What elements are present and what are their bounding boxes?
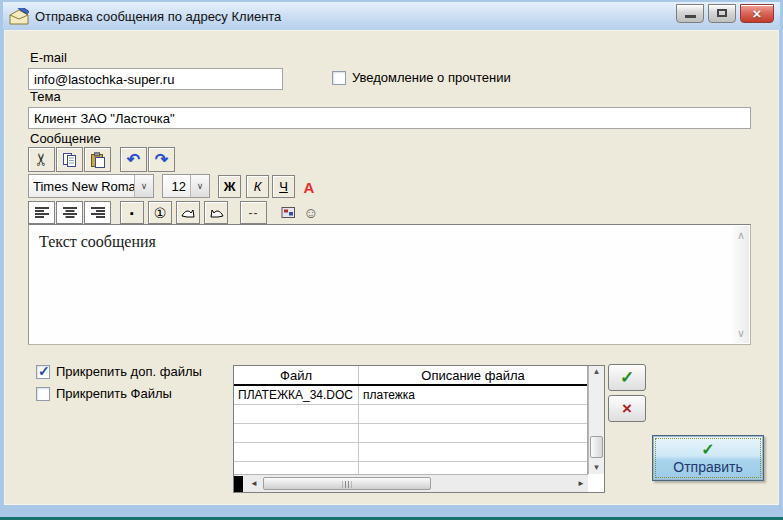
file-cell[interactable] (234, 424, 359, 442)
horizontal-scroll-track[interactable] (261, 476, 574, 492)
grip-icon (343, 481, 352, 488)
redo-icon: ↷ (155, 152, 168, 168)
table-header-row: Файл Описание файла (234, 366, 587, 386)
table-vertical-scrollbar[interactable]: ▲ ▼ (588, 366, 604, 474)
checkbox-box[interactable] (36, 365, 50, 379)
dialog-body: E-mail Уведомление о прочтении Тема Сооб… (4, 30, 779, 505)
table-row[interactable] (234, 405, 587, 424)
indent-button[interactable] (176, 201, 200, 224)
scroll-left-icon[interactable]: ◄ (247, 479, 261, 488)
redo-button[interactable]: ↷ (148, 147, 175, 172)
description-cell[interactable]: платежка (359, 386, 587, 404)
bullet-list-button[interactable]: ▪ (120, 201, 144, 224)
outdent-button[interactable] (204, 201, 228, 224)
italic-button[interactable]: К (246, 175, 269, 198)
email-input[interactable] (28, 68, 283, 90)
minimize-button[interactable] (676, 4, 704, 23)
attachments-table: Файл Описание файла ПЛАТЕЖКА_34.DOC плат… (233, 365, 605, 493)
send-button[interactable]: ✓ Отправить (652, 435, 764, 481)
subject-input[interactable] (28, 107, 751, 129)
scissors-icon: ✂ (31, 152, 52, 166)
chevron-down-icon: ∨ (134, 175, 153, 197)
column-header-description[interactable]: Описание файла (359, 366, 587, 384)
numbered-list-button[interactable]: ① (148, 201, 172, 224)
check-icon: ✓ (620, 369, 634, 386)
undo-icon: ↶ (127, 152, 140, 168)
dash-icon: -- (249, 206, 259, 220)
flag-arrow-right-icon (181, 206, 196, 220)
font-family-value: Times New Roman (29, 179, 134, 194)
attachments-grid: Файл Описание файла ПЛАТЕЖКА_34.DOC плат… (234, 366, 588, 474)
description-cell[interactable] (359, 405, 587, 423)
chevron-down-icon[interactable]: ∨ (737, 328, 745, 339)
maximize-icon (717, 9, 727, 17)
font-family-select[interactable]: Times New Roman ∨ (28, 174, 154, 198)
font-color-button[interactable]: A (300, 177, 318, 197)
insert-picture-button[interactable] (278, 203, 298, 221)
table-row[interactable]: ПЛАТЕЖКА_34.DOC платежка (234, 386, 587, 405)
file-cell[interactable] (234, 443, 359, 461)
paste-button[interactable] (84, 147, 111, 172)
email-label: E-mail (30, 50, 67, 65)
align-left-icon (34, 206, 50, 219)
flag-arrow-left-icon (209, 206, 224, 220)
align-right-icon (90, 206, 106, 219)
send-message-icon (9, 8, 29, 25)
read-receipt-checkbox[interactable]: Уведомление о прочтении (332, 70, 511, 85)
checkbox-box[interactable] (332, 71, 346, 85)
numbering-icon: ① (154, 205, 167, 221)
insert-picture-icon (281, 206, 296, 219)
confirm-attachment-button[interactable]: ✓ (608, 364, 646, 391)
close-button[interactable]: × (740, 4, 774, 23)
scroll-up-icon[interactable]: ▲ (589, 367, 604, 376)
window-controls: × (676, 4, 774, 23)
check-icon: ✓ (701, 442, 714, 458)
maximize-button[interactable] (708, 4, 736, 23)
attach-extra-files-checkbox[interactable]: Прикрепить доп. файлы (36, 364, 202, 379)
align-left-button[interactable] (28, 201, 55, 224)
font-size-select[interactable]: 12 ∨ (162, 174, 210, 198)
copy-button[interactable] (56, 147, 83, 172)
message-scrollbar[interactable]: ∧ ∨ (733, 226, 749, 343)
undo-button[interactable]: ↶ (120, 147, 147, 172)
chevron-up-icon[interactable]: ∧ (737, 230, 745, 241)
subject-label: Тема (30, 89, 61, 104)
send-button-label: Отправить (673, 459, 742, 475)
attach-files-checkbox[interactable]: Прикрепить Файлы (36, 386, 172, 401)
message-input[interactable]: Текст сообщения ∧ ∨ (28, 224, 751, 345)
file-cell[interactable] (234, 462, 359, 474)
horizontal-scroll-thumb[interactable] (263, 477, 431, 490)
font-size-value: 12 (163, 179, 190, 194)
title-bar[interactable]: Отправка сообщения по адресу Клиента × (3, 2, 780, 30)
scroll-down-icon[interactable]: ▼ (589, 463, 604, 472)
message-text: Текст сообщения (39, 233, 726, 251)
cut-button[interactable]: ✂ (28, 147, 55, 172)
table-horizontal-scrollbar[interactable]: ◄ ► (234, 474, 588, 492)
table-row[interactable] (234, 462, 587, 474)
chevron-down-icon: ∨ (190, 175, 209, 197)
align-right-button[interactable] (84, 201, 111, 224)
smiley-button[interactable]: ☺ (302, 202, 320, 222)
vertical-scroll-thumb[interactable] (590, 436, 603, 458)
align-center-icon (62, 206, 78, 219)
smiley-icon: ☺ (303, 204, 318, 221)
table-row[interactable] (234, 443, 587, 462)
column-header-file[interactable]: Файл (234, 366, 359, 384)
horizontal-line-button[interactable]: -- (240, 201, 267, 224)
underline-button[interactable]: Ч (272, 175, 295, 198)
file-cell[interactable] (234, 405, 359, 423)
table-row[interactable] (234, 424, 587, 443)
bullet-icon: ▪ (130, 207, 134, 219)
scroll-right-icon[interactable]: ► (574, 479, 588, 488)
description-cell[interactable] (359, 424, 587, 442)
checkbox-box[interactable] (36, 387, 50, 401)
cross-icon: × (622, 400, 632, 417)
align-center-button[interactable] (56, 201, 83, 224)
description-cell[interactable] (359, 462, 587, 474)
delete-attachment-button[interactable]: × (608, 395, 646, 422)
file-cell[interactable]: ПЛАТЕЖКА_34.DOC (234, 386, 359, 404)
description-cell[interactable] (359, 443, 587, 461)
close-icon: × (753, 6, 762, 21)
read-receipt-label: Уведомление о прочтении (352, 70, 511, 85)
bold-button[interactable]: Ж (218, 175, 241, 198)
